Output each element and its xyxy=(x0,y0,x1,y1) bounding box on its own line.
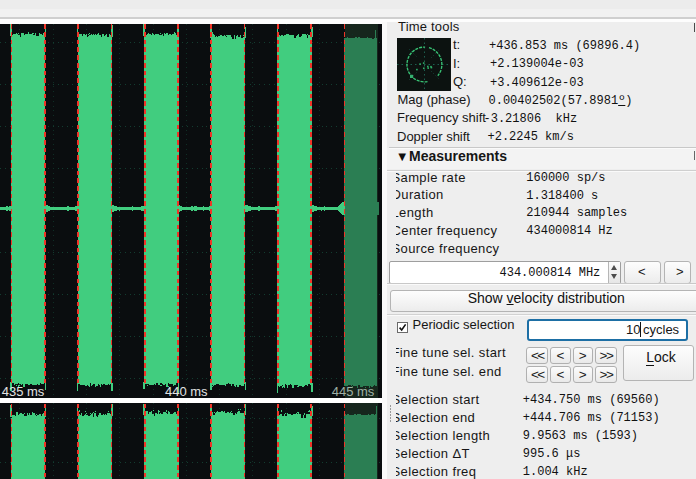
svg-text:445 ms: 445 ms xyxy=(332,384,375,399)
svg-text:440 ms: 440 ms xyxy=(165,384,208,399)
svg-text:435 ms: 435 ms xyxy=(2,384,45,399)
